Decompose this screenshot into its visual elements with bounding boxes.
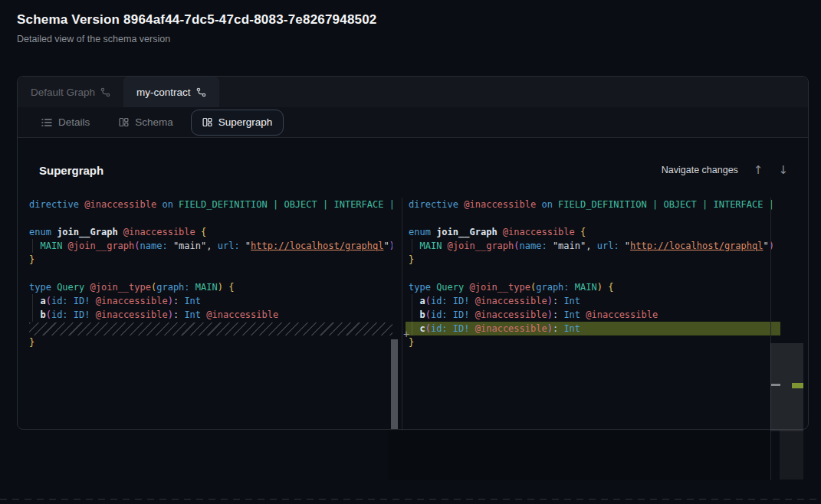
branch-icon [100,87,110,97]
branch-icon [196,87,206,97]
diff-added-line: c(id: ID! @inaccessible): Int [406,322,780,335]
code-line: MAIN @join__graph(name: "main", url: "ht… [406,239,780,253]
page-title: Schema Version 8964af44-7dc5-47cd-8083-7… [17,12,377,28]
navigate-changes: Navigate changes ↑ ↓ [662,162,788,178]
code-line: } [17,253,392,267]
minimap-divider [770,198,771,480]
next-change-button[interactable]: ↓ [778,165,788,176]
code-line: MAIN @join__graph(name: "main", url: "ht… [17,239,392,253]
code-line: } [17,335,392,349]
schema-version-page: { "page": { "title": "Schema Version 896… [0,0,821,504]
overview-ruler-added-mark [792,383,803,388]
subtab-details-label: Details [58,116,90,128]
diff-original-pane[interactable]: directive @inaccessible on FIELD_DEFINIT… [17,198,392,430]
tab-my-contract-label: my-contract [136,87,191,98]
previous-change-button[interactable]: ↑ [754,165,764,176]
code-line: enum join__Graph @inaccessible { [406,225,780,239]
code-line: b(id: ID! @inaccessible): Int @inaccessi… [406,308,780,322]
variant-tab-bar: Default Graph my-contract [18,77,808,107]
subtab-schema-label: Schema [135,116,173,128]
diff-placeholder-line [29,322,392,335]
panes-icon [202,117,212,127]
code-line: directive @inaccessible on FIELD_DEFINIT… [406,198,780,211]
view-sub-tabs: Details Schema Supergraph [18,107,808,138]
code-line: directive @inaccessible on FIELD_DEFINIT… [17,198,392,211]
code-line [17,211,392,225]
minimap-slider-tail [780,430,803,479]
code-line: } [406,253,780,267]
tab-my-contract[interactable]: my-contract [123,77,219,107]
minimap-content-mark [771,384,780,386]
code-line: a(id: ID! @inaccessible): Int [17,294,392,308]
code-line: a(id: ID! @inaccessible): Int [406,294,780,308]
code-line [406,211,780,225]
subtab-supergraph[interactable]: Supergraph [191,110,284,136]
code-line: enum join__Graph @inaccessible { [17,225,392,239]
navigate-changes-label: Navigate changes [662,165,738,175]
left-pane-scrollbar-thumb[interactable] [391,339,398,429]
code-line: type Query @join__type(graph: MAIN) { [406,280,780,294]
tab-default-graph-label: Default Graph [31,87,95,98]
code-line: type Query @join__type(graph: MAIN) { [17,280,392,294]
panes-icon [119,117,129,127]
diff-modified-pane[interactable]: directive @inaccessible on FIELD_DEFINIT… [406,198,780,430]
code-line [406,267,780,280]
code-line: b(id: ID! @inaccessible): Int @inaccessi… [17,308,392,322]
code-line [17,267,392,280]
code-line: } [406,335,780,349]
tab-default-graph[interactable]: Default Graph [18,77,123,107]
supergraph-section-title: Supergraph [39,164,103,177]
bottom-dashed-divider [0,499,821,500]
page-subtitle: Detailed view of the schema version [17,34,170,44]
diff-added-plus-icon: + [401,327,412,341]
subtab-schema[interactable]: Schema [107,110,185,136]
subtab-supergraph-label: Supergraph [218,116,273,128]
subtab-details[interactable]: Details [30,110,101,136]
editor-overflow-fill [388,430,770,480]
list-icon [41,118,52,127]
